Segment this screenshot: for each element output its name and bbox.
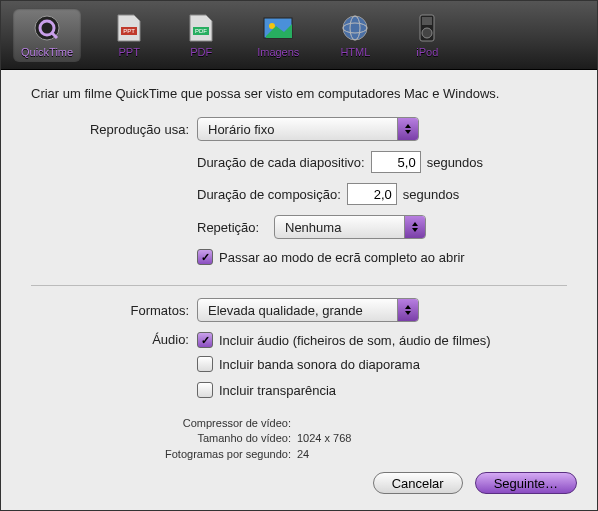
playback-popup[interactable]: Horário fixo [197,117,419,141]
toolbar-label: QuickTime [21,46,73,58]
composition-duration-label: Duração de composição: [197,187,341,202]
playback-value: Horário fixo [198,122,397,137]
next-button[interactable]: Seguinte… [475,472,577,494]
video-size-value: 1024 x 768 [297,431,351,446]
toolbar-label: iPod [416,46,438,58]
include-audio-label: Incluir áudio (ficheiros de som, áudio d… [219,333,491,348]
video-size-label: Tamanho do vídeo: [141,431,297,446]
fps-value: 24 [297,447,309,462]
toolbar-label: PPT [118,46,139,58]
include-transparency-checkbox[interactable] [197,382,213,398]
fps-label: Fotogramas por segundo: [141,447,297,462]
fullscreen-label: Passar ao modo de ecrã completo ao abrir [219,250,465,265]
include-soundtrack-checkbox[interactable] [197,356,213,372]
toolbar-label: Imagens [257,46,299,58]
repeat-value: Nenhuma [275,220,404,235]
svg-point-13 [422,28,432,38]
quicktime-icon [31,12,63,44]
composition-duration-unit: segundos [403,187,459,202]
toolbar-label: HTML [340,46,370,58]
export-dialog: QuickTime PPT PPT PDF PDF Imagens HTML [0,0,598,511]
svg-point-8 [343,16,367,40]
images-icon [262,12,294,44]
audio-label: Áudio: [31,332,197,347]
include-transparency-label: Incluir transparência [219,383,336,398]
formats-popup[interactable]: Elevada qualidade, grande [197,298,419,322]
ipod-icon [411,12,443,44]
repeat-label: Repetição: [197,220,268,235]
pdf-icon: PDF [185,12,217,44]
content-area: Criar um filme QuickTime que possa ser v… [1,70,597,462]
include-audio-checkbox[interactable] [197,332,213,348]
toolbar-quicktime[interactable]: QuickTime [13,8,81,62]
popup-arrows-icon [404,216,425,238]
formats-label: Formatos: [31,303,197,318]
cancel-button[interactable]: Cancelar [373,472,463,494]
toolbar-ipod[interactable]: iPod [411,12,443,58]
svg-rect-12 [422,17,432,25]
section-divider [31,285,567,286]
button-bar: Cancelar Seguinte… [1,462,597,510]
slide-duration-unit: segundos [427,155,483,170]
format-toolbar: QuickTime PPT PPT PDF PDF Imagens HTML [1,1,597,70]
formats-value: Elevada qualidade, grande [198,303,397,318]
video-info: Compressor de vídeo: Tamanho do vídeo: 1… [141,416,567,462]
slide-duration-label: Duração de cada diapositivo: [197,155,365,170]
popup-arrows-icon [397,118,418,140]
toolbar-html[interactable]: HTML [339,12,371,58]
toolbar-label: PDF [190,46,212,58]
svg-text:PDF: PDF [195,28,207,34]
ppt-icon: PPT [113,12,145,44]
include-soundtrack-label: Incluir banda sonora do diaporama [219,357,420,372]
toolbar-images[interactable]: Imagens [257,12,299,58]
slide-duration-input[interactable] [371,151,421,173]
playback-label: Reprodução usa: [31,122,197,137]
composition-duration-input[interactable] [347,183,397,205]
format-description: Criar um filme QuickTime que possa ser v… [31,86,567,101]
svg-text:PPT: PPT [123,28,135,34]
html-icon [339,12,371,44]
compressor-label: Compressor de vídeo: [141,416,297,431]
toolbar-ppt[interactable]: PPT PPT [113,12,145,58]
fullscreen-checkbox[interactable] [197,249,213,265]
popup-arrows-icon [397,299,418,321]
repeat-popup[interactable]: Nenhuma [274,215,426,239]
toolbar-pdf[interactable]: PDF PDF [185,12,217,58]
